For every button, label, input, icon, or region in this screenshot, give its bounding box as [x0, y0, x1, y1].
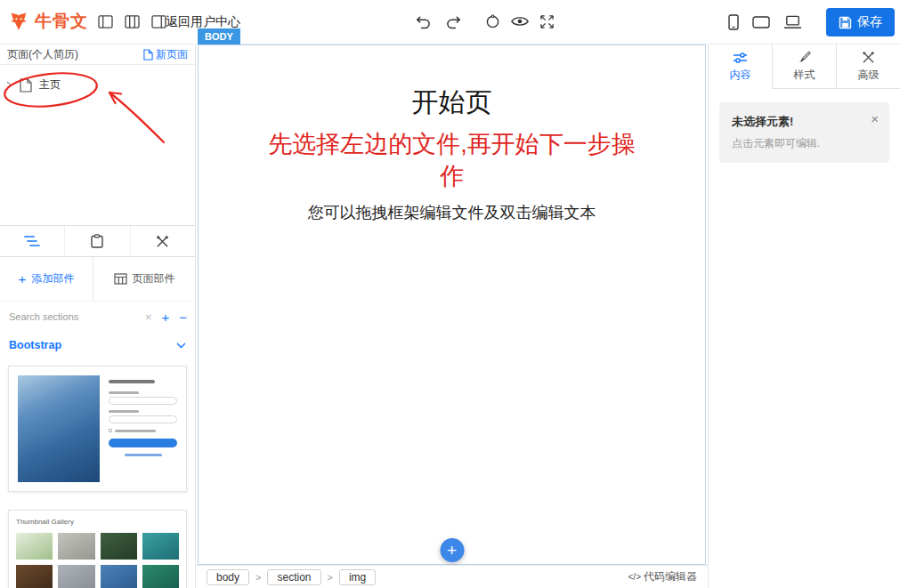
brush-icon [798, 51, 811, 64]
view-tools-group [485, 14, 555, 29]
template-card-login[interactable] [8, 366, 187, 492]
login-template-form-preview [109, 375, 177, 482]
gallery-card-title: Thumbnail Gallery [16, 518, 179, 526]
gallery-thumb [142, 533, 179, 560]
history-group [415, 14, 462, 29]
page-tree: 主页 [0, 65, 195, 225]
topbar: 牛骨文 返回用户中心 保存 [0, 0, 900, 44]
layout-toggle-group [98, 15, 166, 28]
tab-layers[interactable] [0, 226, 64, 256]
gallery-thumb [142, 565, 179, 588]
redo-icon[interactable] [445, 14, 462, 29]
search-clear-icon[interactable]: × [145, 310, 152, 324]
close-icon[interactable]: × [871, 112, 879, 125]
tab-style[interactable]: 样式 [772, 44, 836, 89]
pages-header: 页面(个人简历) 新页面 [0, 44, 195, 65]
plus-icon: + [447, 542, 457, 559]
gallery-thumb [16, 565, 53, 588]
save-button-label: 保存 [857, 14, 882, 30]
breadcrumb-img[interactable]: img [339, 569, 376, 585]
template-card-gallery[interactable]: Thumbnail Gallery [8, 510, 187, 588]
tree-item-home-label: 主页 [39, 77, 61, 93]
page-warning-text[interactable]: 先选择左边的文件,再开始下一步操作 [265, 128, 639, 193]
bootstrap-group-label: Bootstrap [9, 339, 61, 351]
panel-left-icon[interactable] [98, 15, 113, 28]
chevron-right-icon[interactable] [5, 81, 12, 89]
gallery-thumb [58, 565, 94, 588]
gallery-thumb-grid [16, 533, 179, 588]
code-editor-link[interactable]: </> 代码编辑器 [628, 569, 697, 584]
right-sidebar: 内容 样式 高级 未选择元素! 点击元素即可编辑. × [708, 44, 900, 588]
brand-logo: 牛骨文 [7, 10, 88, 33]
device-mobile-icon[interactable] [728, 14, 739, 30]
login-template-image [18, 375, 100, 482]
tree-item-home[interactable]: 主页 [5, 77, 61, 93]
left-sidebar: 页面(个人简历) 新页面 主页 [0, 44, 196, 588]
tab-add-widgets-label: 添加部件 [31, 271, 74, 286]
crossed-tools-icon [156, 235, 169, 248]
page-title-text[interactable]: 开始页 [199, 85, 705, 121]
breadcrumb-separator: > [255, 572, 261, 583]
brand-name: 牛骨文 [35, 10, 88, 33]
new-page-label: 新页面 [156, 47, 188, 62]
device-tablet-icon[interactable] [752, 16, 770, 28]
gallery-thumb [16, 533, 53, 560]
app-root: 牛骨文 返回用户中心 保存 页面(个人简历) [0, 0, 900, 588]
borders-visibility-icon[interactable] [485, 14, 500, 29]
selected-element-badge: BODY [198, 28, 240, 44]
page-document-icon [20, 78, 32, 93]
breadcrumb-section[interactable]: section [267, 569, 320, 585]
chevron-down-icon [176, 342, 186, 349]
search-input[interactable] [9, 311, 135, 322]
sliders-icon [733, 52, 748, 64]
table-grid-icon [114, 273, 127, 285]
save-floppy-icon [839, 16, 852, 29]
page-hint-text[interactable]: 您可以拖拽框架编辑文件及双击编辑文本 [199, 202, 705, 223]
fullscreen-icon[interactable] [539, 14, 555, 29]
panel-columns-icon[interactable] [125, 15, 140, 28]
tab-page-widgets-label: 页面部件 [133, 271, 175, 286]
new-page-doc-icon [143, 49, 153, 60]
canvas-footer: body > section > img </> 代码编辑器 [196, 565, 708, 588]
widget-tabs: + 添加部件 页面部件 [0, 257, 195, 302]
ox-logo-icon [7, 10, 30, 33]
canvas-page[interactable]: 开始页 先选择左边的文件,再开始下一步操作 您可以拖拽框架编辑文件及双击编辑文本… [198, 44, 706, 565]
section-template-list: Thumbnail Gallery [0, 358, 195, 588]
tab-advanced[interactable]: 高级 [836, 44, 900, 89]
sidebar-mode-tabs [0, 225, 195, 257]
save-button[interactable]: 保存 [826, 8, 895, 36]
new-page-button[interactable]: 新页面 [143, 47, 188, 62]
property-tabs: 内容 样式 高级 [709, 44, 900, 89]
undo-icon[interactable] [415, 14, 432, 29]
code-icon: </> [628, 572, 641, 582]
notice-title: 未选择元素! [732, 114, 877, 130]
pages-title: 页面(个人简历) [7, 47, 78, 62]
tab-add-widgets[interactable]: + 添加部件 [0, 257, 93, 302]
plus-icon: + [19, 271, 27, 286]
canvas-area: 开始页 先选择左边的文件,再开始下一步操作 您可以拖拽框架编辑文件及双击编辑文本… [196, 44, 708, 588]
tab-tools[interactable] [130, 226, 195, 256]
tab-content[interactable]: 内容 [709, 44, 772, 89]
collapse-sections-icon[interactable]: − [179, 310, 187, 325]
gallery-thumb [101, 533, 137, 560]
device-desktop-icon[interactable] [783, 15, 802, 29]
device-switch-group [728, 14, 802, 30]
crossed-tools-icon [862, 51, 875, 64]
breadcrumb-body[interactable]: body [207, 569, 249, 585]
sections-search-bar: × + − [0, 302, 195, 332]
bootstrap-group-header[interactable]: Bootstrap [0, 332, 195, 358]
tab-style-label: 样式 [794, 68, 815, 83]
add-block-button[interactable]: + [440, 538, 464, 562]
no-selection-notice: 未选择元素! 点击元素即可编辑. × [719, 102, 889, 163]
code-editor-label: 代码编辑器 [644, 569, 697, 584]
tab-advanced-label: 高级 [858, 68, 880, 83]
tab-saved-blocks[interactable] [64, 226, 129, 256]
preview-eye-icon[interactable] [511, 14, 529, 29]
layers-icon [24, 235, 40, 247]
clipboard-icon [91, 234, 103, 248]
panel-right-icon[interactable] [151, 15, 166, 28]
gallery-thumb [58, 533, 94, 560]
expand-sections-icon[interactable]: + [162, 310, 170, 325]
gallery-thumb [101, 565, 137, 588]
tab-page-widgets[interactable]: 页面部件 [93, 257, 195, 302]
